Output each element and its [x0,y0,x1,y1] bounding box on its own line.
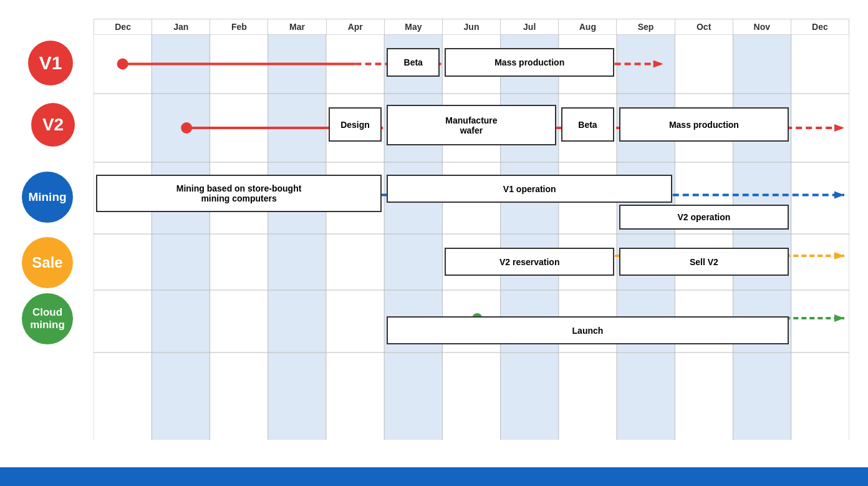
month-header-may-5: May [384,19,442,34]
timeline-body: BetaMass productionDesignManufacturewafe… [94,34,849,440]
svg-marker-37 [834,314,844,322]
col-shading-9 [617,34,675,440]
month-header-apr-4: Apr [326,19,384,34]
cloud-launch-label: Launch [387,316,789,344]
svg-point-20 [117,59,128,70]
month-header-oct-10: Oct [675,19,733,34]
timeline-wrapper: DecJanFebMarAprMayJunJulAugSepOctNovDec … [94,19,849,467]
circle-sale: Sale [22,237,73,288]
month-header-jul-7: Jul [500,19,558,34]
bottom-bar [0,467,868,486]
svg-point-35 [472,313,482,323]
svg-marker-27 [834,124,844,132]
svg-marker-34 [834,252,844,260]
month-header-sep-9: Sep [616,19,674,34]
col-shading-7 [501,34,559,440]
v2-design-label: Design [329,107,382,142]
chart-area: DecJanFebMarAprMayJunJulAugSepOctNovDec … [19,17,849,467]
month-header-jan-1: Jan [152,19,210,34]
circle-mining: Mining [22,172,73,223]
svg-point-32 [472,251,482,261]
month-header-aug-8: Aug [558,19,616,34]
col-shading-1 [152,34,210,440]
svg-marker-31 [834,192,844,199]
month-headers: DecJanFebMarAprMayJunJulAugSepOctNovDec [94,19,849,34]
month-header-dec-0: Dec [94,19,152,34]
col-shading-5 [384,34,442,440]
circle-v2: V2 [31,103,75,147]
month-header-nov-11: Nov [733,19,791,34]
circle-v1: V1 [28,41,73,85]
v2-beta-label: Beta [561,107,614,142]
month-header-dec-12: Dec [791,19,849,34]
page-container: DecJanFebMarAprMayJunJulAugSepOctNovDec … [0,0,868,486]
mining-store-label: Mining based on store-boughtmining compu… [96,175,382,212]
month-header-jun-6: Jun [442,19,500,34]
circle-cloud: Cloudmining [22,293,73,344]
month-header-feb-2: Feb [210,19,268,34]
col-shading-3 [268,34,326,440]
month-header-mar-3: Mar [268,19,326,34]
col-shading-11 [733,34,791,440]
